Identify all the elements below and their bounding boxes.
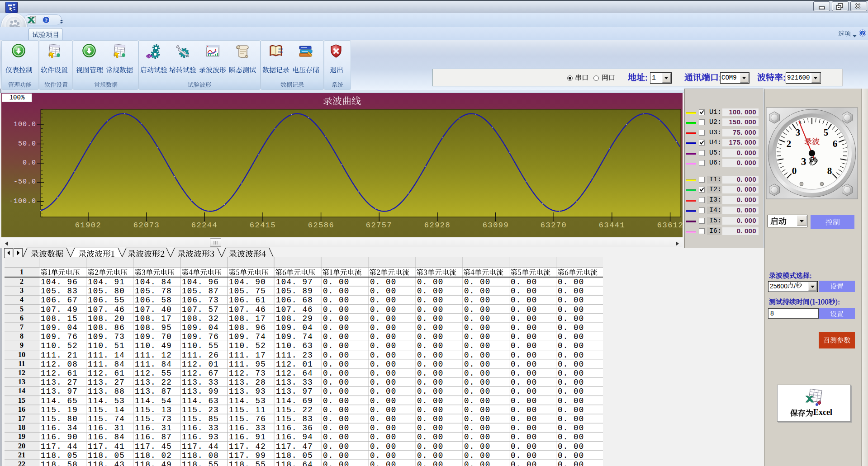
svg-text:8: 8	[827, 165, 832, 176]
svg-text:2: 2	[787, 138, 792, 149]
svg-text:?: ?	[45, 17, 48, 24]
svg-text:5: 5	[824, 127, 829, 138]
svg-text:?: ?	[861, 30, 864, 36]
svg-text:0: 0	[792, 165, 797, 176]
svg-text:XSS: XSS	[278, 51, 283, 54]
svg-text:3: 3	[796, 127, 801, 138]
svg-text:6: 6	[833, 138, 838, 149]
